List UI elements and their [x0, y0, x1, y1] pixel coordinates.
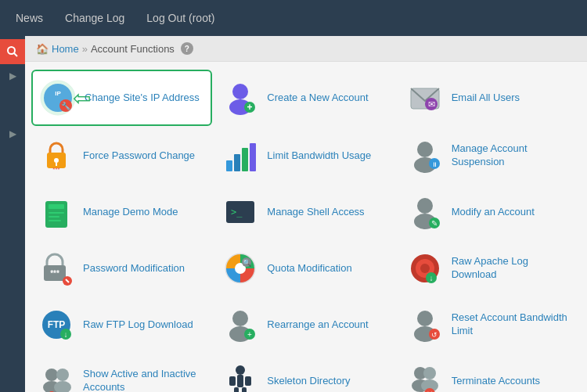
email-users-label: Email All Users: [452, 92, 520, 105]
quota-mod-label: Quota Modification: [267, 262, 351, 275]
icon-grid: IP 🔧 ⇦ Change Site's IP Address: [25, 62, 587, 392]
svg-point-15: [54, 158, 59, 163]
svg-point-62: [45, 369, 58, 381]
limit-bandwidth-label: Limit Bandwidth Usage: [267, 149, 371, 163]
svg-rect-20: [242, 148, 248, 171]
svg-rect-29: [49, 216, 59, 218]
svg-point-64: [56, 369, 69, 381]
svg-text:IP: IP: [55, 90, 61, 97]
grid-item-raw-apache[interactable]: ↓ Raw Apache Log Download: [400, 242, 581, 295]
breadcrumb: 🏠 Home » Account Functions ?: [25, 36, 587, 62]
grid-item-terminate[interactable]: ✕ Terminate Accounts: [400, 354, 581, 392]
change-ip-label: Change Site's IP Address: [85, 92, 200, 105]
reset-bandwidth-icon: ↺: [406, 306, 444, 343]
skeleton-label: Skeleton Directory: [267, 375, 350, 388]
manage-demo-icon: [38, 193, 75, 231]
svg-text:FTP: FTP: [48, 319, 66, 330]
rearrange-label: Rearrange an Account: [267, 318, 368, 332]
password-mod-icon: ***: [38, 250, 75, 287]
modify-account-label: Modify an Account: [452, 206, 535, 219]
svg-point-47: [420, 264, 430, 273]
grid-item-skeleton[interactable]: Skeleton Directory: [215, 354, 396, 392]
svg-rect-28: [49, 212, 64, 214]
grid-item-create-account[interactable]: + Create a New Account: [215, 70, 396, 126]
quota-mod-icon: 🔍: [221, 250, 259, 287]
grid-item-force-password[interactable]: *** Force Password Change: [31, 129, 212, 182]
search-button[interactable]: [0, 39, 25, 64]
terminate-label: Terminate Accounts: [452, 375, 540, 388]
svg-rect-30: [49, 220, 61, 221]
nav-logout[interactable]: Log Out (root): [143, 2, 218, 34]
manage-demo-label: Manage Demo Mode: [83, 206, 178, 219]
svg-rect-72: [234, 387, 239, 392]
svg-rect-69: [237, 375, 243, 387]
svg-line-1: [14, 53, 17, 56]
grid-item-modify-account[interactable]: ✎ Modify an Account: [400, 185, 581, 239]
svg-rect-19: [234, 154, 240, 171]
raw-apache-icon: ↓: [406, 250, 444, 287]
grid-item-show-accounts[interactable]: ✗ Show Active and Inactive Accounts: [31, 354, 212, 392]
nav-news[interactable]: News: [13, 2, 46, 34]
arrow-down[interactable]: ▶: [9, 128, 16, 139]
svg-rect-71: [245, 376, 251, 386]
modify-account-icon: ✎: [406, 193, 444, 231]
svg-text:🔍: 🔍: [243, 258, 252, 268]
svg-text:⏸: ⏸: [431, 161, 438, 168]
arrow-up[interactable]: ▶: [9, 70, 16, 81]
svg-text:+: +: [247, 102, 253, 113]
nav-changelog[interactable]: Change Log: [62, 2, 128, 34]
breadcrumb-sep: »: [82, 43, 88, 55]
svg-text:↓: ↓: [64, 330, 68, 339]
limit-bandwidth-icon: [221, 137, 259, 174]
svg-text:🔧: 🔧: [61, 101, 71, 111]
breadcrumb-home[interactable]: Home: [52, 43, 79, 55]
svg-text:***: ***: [52, 166, 59, 173]
home-icon: 🏠: [36, 43, 49, 55]
main-content: 🏠 Home » Account Functions ? IP 🔧: [25, 36, 587, 392]
grid-item-password-mod[interactable]: *** Password Modification: [31, 242, 212, 295]
svg-text:>_: >_: [231, 207, 243, 218]
svg-point-7: [232, 84, 248, 99]
change-ip-icon: IP 🔧 ⇦: [39, 79, 77, 117]
grid-item-raw-ftp[interactable]: FTP ↓ Raw FTP Log Download: [31, 298, 212, 351]
grid-item-manage-suspension[interactable]: ⏸ Manage Account Suspension: [400, 129, 581, 182]
grid-item-change-ip[interactable]: IP 🔧 ⇦ Change Site's IP Address: [31, 70, 212, 126]
svg-text:+: +: [247, 330, 252, 339]
rearrange-icon: +: [221, 306, 259, 343]
force-password-icon: ***: [38, 137, 75, 174]
svg-point-76: [423, 367, 436, 379]
svg-text:✉: ✉: [427, 99, 434, 109]
manage-shell-icon: >_: [221, 193, 259, 231]
svg-rect-73: [242, 387, 247, 392]
svg-point-0: [8, 47, 15, 54]
manage-shell-label: Manage Shell Access: [267, 206, 364, 219]
show-accounts-icon: ✗: [38, 362, 75, 392]
manage-suspension-label: Manage Account Suspension: [452, 142, 574, 169]
svg-point-54: [232, 311, 248, 326]
green-arrow-icon: ⇦: [73, 85, 91, 111]
grid-item-rearrange[interactable]: + Rearrange an Account: [215, 298, 396, 351]
svg-rect-18: [226, 160, 232, 171]
svg-text:↓: ↓: [429, 274, 433, 282]
help-icon[interactable]: ?: [181, 42, 193, 55]
create-account-icon: +: [221, 79, 259, 117]
reset-bandwidth-label: Reset Account Bandwidth Limit: [452, 311, 574, 338]
force-password-label: Force Password Change: [83, 149, 195, 163]
svg-point-58: [417, 311, 433, 326]
grid-item-limit-bandwidth[interactable]: Limit Bandwidth Usage: [215, 129, 396, 182]
grid-item-email-users[interactable]: ✉ Email All Users: [400, 70, 581, 126]
grid-item-reset-bandwidth[interactable]: ↺ Reset Account Bandwidth Limit: [400, 298, 581, 351]
svg-rect-70: [229, 376, 236, 386]
email-users-icon: ✉: [406, 79, 444, 117]
breadcrumb-section: Account Functions: [91, 43, 175, 55]
create-account-label: Create a New Account: [267, 92, 368, 105]
svg-text:↺: ↺: [431, 331, 438, 339]
raw-ftp-icon: FTP ↓: [38, 306, 75, 343]
raw-ftp-label: Raw FTP Log Download: [83, 318, 193, 332]
show-accounts-label: Show Active and Inactive Accounts: [83, 368, 206, 392]
svg-text:***: ***: [50, 269, 59, 278]
grid-item-manage-shell[interactable]: >_ Manage Shell Access: [215, 185, 396, 239]
grid-item-quota-mod[interactable]: 🔍 Quota Modification: [215, 242, 396, 295]
top-nav: News Change Log Log Out (root): [0, 0, 587, 36]
grid-item-manage-demo[interactable]: Manage Demo Mode: [31, 185, 212, 239]
